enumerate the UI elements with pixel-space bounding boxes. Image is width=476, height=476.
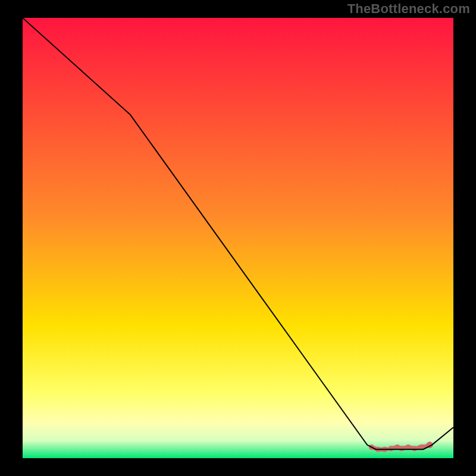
plot-area	[23, 18, 453, 458]
marker-dot	[412, 446, 417, 451]
watermark-text: TheBottleneck.com	[347, 1, 470, 17]
chart-svg	[23, 18, 453, 458]
chart-frame: TheBottleneck.com	[0, 0, 476, 476]
marker-dot	[389, 446, 394, 451]
gradient-background	[23, 18, 453, 458]
marker-dot	[399, 446, 405, 451]
